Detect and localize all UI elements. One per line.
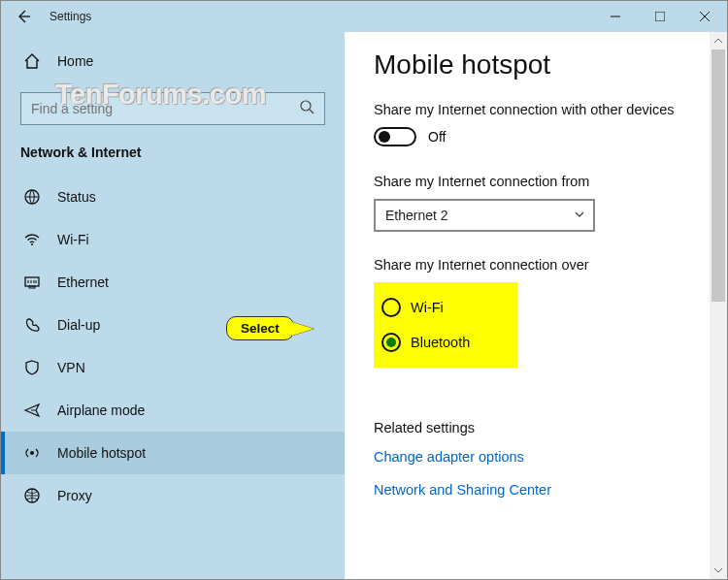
maximize-button[interactable] — [638, 1, 682, 32]
link-network-sharing[interactable]: Network and Sharing Center — [374, 482, 710, 498]
main: Mobile hotspot Share my Internet connect… — [345, 32, 727, 579]
search-input[interactable] — [31, 101, 272, 116]
sidebar-item-ethernet[interactable]: Ethernet — [1, 261, 345, 304]
proxy-icon — [22, 487, 42, 504]
svg-line-2 — [700, 12, 710, 21]
back-button[interactable] — [1, 1, 46, 32]
sidebar-item-label: Status — [57, 189, 96, 205]
callout-label: Select — [226, 316, 294, 340]
svg-point-4 — [301, 101, 311, 111]
window-title: Settings — [46, 10, 91, 23]
search-icon — [300, 100, 314, 118]
sidebar-item-proxy[interactable]: Proxy — [1, 474, 345, 517]
radio-icon — [381, 333, 401, 352]
share-from-label: Share my Internet connection from — [374, 174, 710, 189]
svg-rect-9 — [29, 286, 35, 288]
scroll-down-icon[interactable] — [710, 562, 727, 579]
sidebar-item-hotspot[interactable]: Mobile hotspot — [1, 432, 345, 474]
share-over-radio-group: Wi-Fi Bluetooth — [374, 282, 517, 368]
sidebar-item-vpn[interactable]: VPN — [1, 346, 345, 389]
scroll-up-icon[interactable] — [710, 32, 727, 49]
sidebar-item-label: Wi-Fi — [57, 232, 89, 247]
scrollbar[interactable] — [710, 32, 727, 579]
body: Home Network & Internet Status Wi-Fi Eth… — [1, 32, 727, 579]
titlebar: Settings — [1, 1, 727, 32]
sidebar-item-status[interactable]: Status — [1, 176, 345, 218]
vpn-icon — [22, 359, 42, 376]
callout-tail-icon — [292, 322, 314, 336]
sidebar-item-label: Ethernet — [57, 274, 109, 290]
radio-icon — [381, 298, 401, 317]
link-change-adapter[interactable]: Change adapter options — [374, 449, 710, 465]
share-from-select[interactable]: Ethernet 2 — [374, 199, 595, 232]
hotspot-icon — [22, 444, 42, 462]
chevron-down-icon — [574, 208, 585, 223]
svg-line-3 — [700, 12, 710, 21]
page-title: Mobile hotspot — [374, 49, 710, 81]
scroll-thumb[interactable] — [711, 49, 725, 302]
settings-window: Settings Home Network & Internet Status … — [0, 0, 728, 580]
close-button[interactable] — [682, 1, 727, 32]
share-from-value: Ethernet 2 — [385, 208, 448, 223]
sidebar-item-label: Dial-up — [57, 317, 100, 333]
radio-option-bluetooth[interactable]: Bluetooth — [381, 325, 500, 360]
svg-rect-1 — [655, 12, 665, 21]
ethernet-icon — [22, 274, 42, 291]
svg-rect-8 — [25, 277, 39, 286]
sidebar-item-label: VPN — [57, 360, 85, 375]
annotation-callout: Select — [226, 316, 314, 340]
minimize-button[interactable] — [593, 1, 638, 32]
svg-point-7 — [31, 243, 33, 245]
sidebar-item-label: Airplane mode — [57, 403, 145, 418]
sidebar-item-airplane[interactable]: Airplane mode — [1, 389, 345, 432]
content: Mobile hotspot Share my Internet connect… — [345, 32, 710, 579]
svg-line-5 — [310, 110, 314, 113]
sidebar-section-header: Network & Internet — [1, 139, 345, 176]
radio-label: Bluetooth — [411, 335, 470, 350]
radio-label: Wi-Fi — [411, 300, 444, 315]
related-settings-header: Related settings — [374, 420, 710, 435]
sidebar-item-label: Proxy — [57, 488, 92, 503]
home-icon — [22, 52, 42, 70]
wifi-icon — [22, 231, 42, 248]
share-over-label: Share my Internet connection over — [374, 257, 710, 273]
sidebar: Home Network & Internet Status Wi-Fi Eth… — [1, 32, 345, 579]
svg-point-14 — [30, 451, 34, 455]
airplane-icon — [22, 402, 42, 419]
hotspot-toggle[interactable] — [374, 127, 416, 146]
home-label: Home — [57, 53, 93, 69]
sidebar-item-wifi[interactable]: Wi-Fi — [1, 218, 345, 261]
toggle-state: Off — [428, 129, 446, 145]
sidebar-item-label: Mobile hotspot — [57, 445, 146, 461]
scroll-track[interactable] — [710, 49, 727, 562]
share-with-label: Share my Internet connection with other … — [374, 102, 710, 117]
home-nav[interactable]: Home — [1, 40, 345, 82]
search-box[interactable] — [20, 92, 325, 125]
status-icon — [22, 188, 42, 206]
radio-option-wifi[interactable]: Wi-Fi — [381, 290, 500, 325]
dialup-icon — [22, 316, 42, 334]
